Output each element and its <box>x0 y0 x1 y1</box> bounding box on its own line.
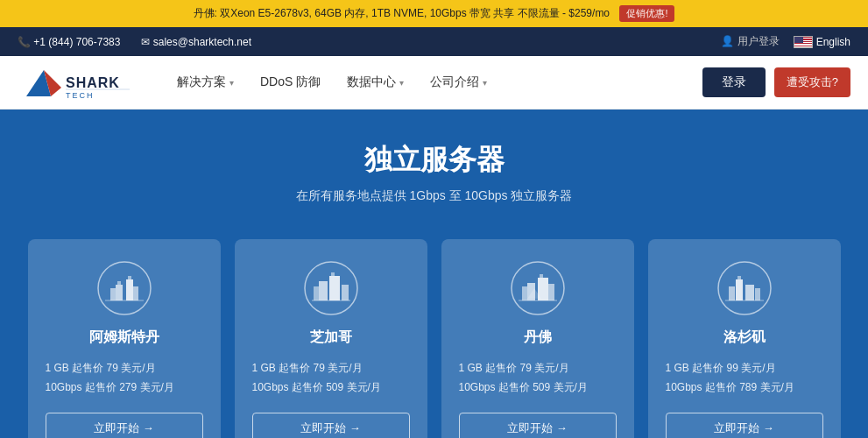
promo-bar: 丹佛: 双Xeon E5-2678v3, 64GB 内存, 1TB NVME, … <box>0 0 868 27</box>
city-icon-amsterdam <box>96 260 152 316</box>
svg-rect-31 <box>729 286 735 300</box>
language-selector[interactable]: English <box>794 36 850 48</box>
svg-rect-24 <box>548 284 554 300</box>
svg-rect-25 <box>540 274 543 278</box>
svg-rect-10 <box>117 281 121 285</box>
user-login-link[interactable]: 用户登录 <box>721 34 779 49</box>
svg-text:TECH: TECH <box>66 91 95 100</box>
price-1gb-chicago: 1 GB 起售价 79 美元/月 <box>252 359 410 378</box>
price-10gb-denver: 10Gbps 起售价 509 美元/月 <box>459 378 617 398</box>
svg-rect-15 <box>329 276 340 300</box>
svg-rect-32 <box>755 288 760 300</box>
city-icon-losangeles <box>716 260 773 316</box>
navbar: SHARK TECH 解决方案 ▾ DDoS 防御 数据中心 ▾ 公司介绍 ▾ … <box>0 56 868 110</box>
svg-rect-30 <box>745 285 754 300</box>
hero-title: 独立服务器 <box>18 141 850 180</box>
us-flag-icon <box>794 36 813 48</box>
price-10gb-amsterdam: 10Gbps 起售价 279 美元/月 <box>46 378 203 398</box>
card-pricing-chicago: 1 GB 起售价 79 美元/月 10Gbps 起售价 509 美元/月 <box>252 359 410 397</box>
nav-item-solutions[interactable]: 解决方案 ▾ <box>166 69 244 95</box>
cta-button-amsterdam[interactable]: 立即开始 → <box>46 413 203 438</box>
city-icon-chicago <box>303 260 359 316</box>
card-amsterdam: 阿姆斯特丹 1 GB 起售价 79 美元/月 10Gbps 起售价 279 美元… <box>28 239 221 438</box>
card-city-denver: 丹佛 <box>459 328 617 347</box>
nav-item-ddos[interactable]: DDoS 防御 <box>250 69 331 95</box>
phone-number[interactable]: +1 (844) 706-7383 <box>18 36 120 48</box>
svg-rect-9 <box>133 286 138 300</box>
svg-rect-16 <box>342 285 349 300</box>
svg-rect-11 <box>128 276 131 279</box>
chevron-down-icon-3: ▾ <box>483 78 487 88</box>
hero-section: 独立服务器 在所有服务地点提供 1Gbps 至 10Gbps 独立服务器 <box>0 110 868 222</box>
nav-links: 解决方案 ▾ DDoS 防御 数据中心 ▾ 公司介绍 ▾ <box>166 69 702 95</box>
card-chicago: 芝加哥 1 GB 起售价 79 美元/月 10Gbps 起售价 509 美元/月… <box>235 239 427 438</box>
price-10gb-losangeles: 10Gbps 起售价 789 美元/月 <box>666 378 823 398</box>
price-10gb-chicago: 10Gbps 起售价 509 美元/月 <box>252 378 410 398</box>
svg-point-28 <box>718 262 771 314</box>
promo-button[interactable]: 促销优惠! <box>619 5 674 22</box>
card-pricing-amsterdam: 1 GB 起售价 79 美元/月 10Gbps 起售价 279 美元/月 <box>46 359 203 397</box>
svg-rect-33 <box>737 276 741 279</box>
email-address[interactable]: sales@sharktech.net <box>141 36 251 48</box>
chevron-down-icon-2: ▾ <box>399 78 404 88</box>
card-city-chicago: 芝加哥 <box>252 328 410 347</box>
svg-rect-8 <box>110 288 116 300</box>
svg-rect-29 <box>736 279 743 300</box>
chevron-down-icon: ▾ <box>229 78 234 88</box>
nav-about-label: 公司介绍 <box>430 74 479 90</box>
price-1gb-losangeles: 1 GB 起售价 99 美元/月 <box>666 359 823 378</box>
card-city-amsterdam: 阿姆斯特丹 <box>46 328 203 347</box>
logo[interactable]: SHARK TECH <box>18 63 131 102</box>
cards-section: 阿姆斯特丹 1 GB 起售价 79 美元/月 10Gbps 起售价 279 美元… <box>0 222 868 438</box>
cta-button-losangeles[interactable]: 立即开始 → <box>666 413 823 438</box>
svg-rect-23 <box>522 286 527 300</box>
card-denver: 丹佛 1 GB 起售价 79 美元/月 10Gbps 起售价 509 美元/月 … <box>441 239 634 438</box>
language-label: English <box>816 36 850 48</box>
hero-subtitle: 在所有服务地点提供 1Gbps 至 10Gbps 独立服务器 <box>18 188 850 204</box>
svg-rect-14 <box>319 281 328 300</box>
nav-right: 登录 遭受攻击? <box>702 67 850 97</box>
svg-rect-7 <box>126 279 133 300</box>
attack-button[interactable]: 遭受攻击? <box>774 67 850 97</box>
svg-point-5 <box>98 262 151 314</box>
price-1gb-denver: 1 GB 起售价 79 美元/月 <box>459 359 617 378</box>
svg-rect-17 <box>314 286 319 300</box>
city-icon-denver <box>510 260 566 316</box>
login-button[interactable]: 登录 <box>702 67 766 97</box>
card-losangeles: 洛杉矶 1 GB 起售价 99 美元/月 10Gbps 起售价 789 美元/月… <box>648 239 841 438</box>
card-city-losangeles: 洛杉矶 <box>666 328 823 347</box>
svg-rect-6 <box>116 285 123 300</box>
card-pricing-denver: 1 GB 起售价 79 美元/月 10Gbps 起售价 509 美元/月 <box>459 359 617 397</box>
contact-right: 用户登录 English <box>721 34 850 49</box>
price-1gb-amsterdam: 1 GB 起售价 79 美元/月 <box>46 359 203 378</box>
nav-datacenter-label: 数据中心 <box>347 74 396 90</box>
promo-text: 丹佛: 双Xeon E5-2678v3, 64GB 内存, 1TB NVME, … <box>194 7 610 19</box>
cta-button-denver[interactable]: 立即开始 → <box>459 413 617 438</box>
nav-ddos-label: DDoS 防御 <box>260 74 321 90</box>
contact-bar: +1 (844) 706-7383 sales@sharktech.net 用户… <box>0 27 868 56</box>
cta-button-chicago[interactable]: 立即开始 → <box>252 413 410 438</box>
svg-text:SHARK: SHARK <box>66 75 120 90</box>
nav-item-datacenter[interactable]: 数据中心 ▾ <box>336 69 414 95</box>
card-pricing-losangeles: 1 GB 起售价 99 美元/月 10Gbps 起售价 789 美元/月 <box>666 359 823 397</box>
nav-item-about[interactable]: 公司介绍 ▾ <box>420 69 498 95</box>
svg-rect-18 <box>331 272 335 276</box>
nav-solutions-label: 解决方案 <box>177 74 226 90</box>
